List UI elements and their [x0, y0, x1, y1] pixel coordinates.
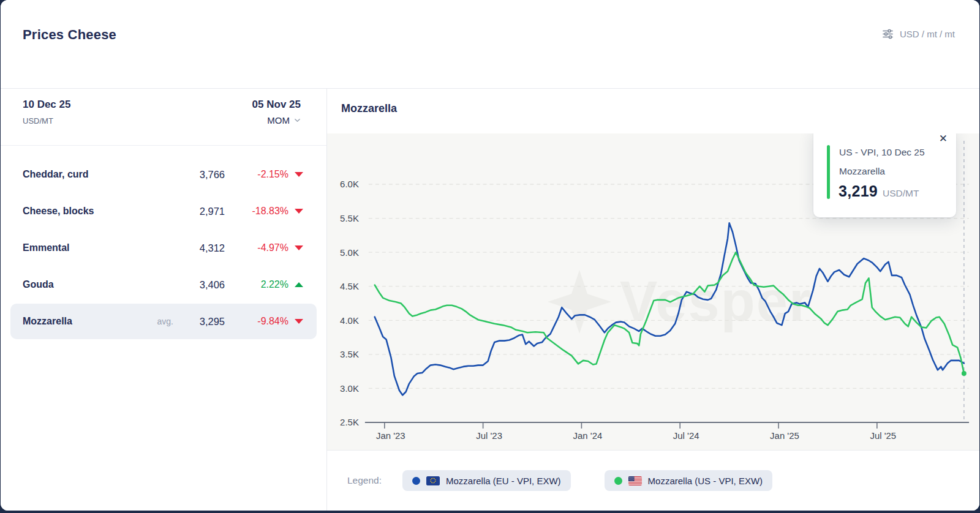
tooltip-value: 3,219	[839, 182, 878, 200]
legend-label: Legend:	[347, 475, 382, 486]
price-rows: Cheddar, curd 3,766 -2.15% Cheese, block…	[1, 146, 326, 339]
product-name: Gouda	[23, 279, 173, 290]
legend-item-label: Mozzarella (EU - VPI, EXW)	[446, 476, 561, 486]
price-value: 3,406	[177, 279, 225, 291]
y-tick-label: 3.0K	[340, 383, 359, 394]
price-value: 2,971	[177, 206, 225, 217]
us-series-dot-icon	[614, 477, 622, 485]
x-tick-label: Jan '25	[770, 430, 799, 441]
current-date: 10 Dec 25	[23, 99, 70, 111]
prices-cheese-card: Prices Cheese USD / mt / mt 10 Dec 25 US…	[1, 0, 979, 511]
chart-tooltip: ✕ US - VPI, 10 Dec 25 Mozzarella 3,219 U…	[813, 133, 956, 217]
table-row-cheddar-curd[interactable]: Cheddar, curd 3,766 -2.15%	[10, 157, 317, 192]
page-title: Prices Cheese	[23, 27, 116, 43]
legend-item-eu[interactable]: Mozzarella (EU - VPI, EXW)	[402, 470, 571, 491]
card-header: Prices Cheese USD / mt / mt	[1, 0, 979, 89]
price-table-header: 10 Dec 25 USD/MT 05 Nov 25 MOM	[1, 89, 326, 146]
eu-series-dot-icon	[412, 477, 420, 485]
mom-dropdown-label: MOM	[267, 115, 290, 125]
trend-arrow-icon	[295, 209, 303, 214]
change-percent: -18.83%	[225, 206, 288, 217]
change-percent: 2.22%	[225, 279, 288, 290]
chevron-down-icon	[294, 117, 301, 124]
x-tick-label: Jan '23	[376, 430, 405, 441]
chart-panel: Mozzarella Vesper 6.0K5.5K5.0K4.5K4.0K3.…	[327, 89, 979, 511]
y-tick-label: 4.0K	[340, 315, 359, 326]
product-name: Cheese, blocks	[23, 206, 173, 217]
table-row-gouda[interactable]: Gouda 3,406 2.22%	[10, 267, 317, 302]
x-tick-label: Jul '24	[673, 430, 699, 441]
table-row-emmental[interactable]: Emmental 4,312 -4.97%	[10, 230, 317, 266]
tooltip-accent-bar	[827, 145, 830, 199]
y-tick-label: 6.0K	[340, 179, 359, 189]
sliders-filter-icon	[882, 28, 894, 40]
unit-selector-button[interactable]: USD / mt / mt	[882, 28, 955, 40]
tooltip-close-icon[interactable]: ✕	[937, 133, 950, 146]
tooltip-product: Mozzarella	[839, 166, 885, 177]
comparison-date: 05 Nov 25	[252, 99, 301, 111]
price-table-sidebar: 10 Dec 25 USD/MT 05 Nov 25 MOM Cheddar, …	[1, 89, 327, 511]
legend-item-label: Mozzarella (US - VPI, EXW)	[648, 476, 763, 486]
chart-title: Mozzarella	[341, 102, 397, 115]
x-tick-label: Jul '23	[476, 430, 502, 441]
series-line-us[interactable]	[375, 252, 964, 373]
product-name: Cheddar, curd	[23, 169, 173, 180]
chart-area: Vesper 6.0K5.5K5.0K4.5K4.0K3.5K3.0K2.5KJ…	[327, 133, 979, 450]
legend-row: Legend: Mozzarella (EU - VPI, EXW)	[327, 450, 979, 511]
unit-selector-label: USD / mt / mt	[900, 29, 955, 39]
y-tick-label: 2.5K	[340, 417, 359, 427]
series-end-dot	[962, 371, 967, 376]
change-percent: -2.15%	[225, 169, 288, 180]
trend-arrow-icon	[295, 319, 303, 324]
price-value: 4,312	[177, 242, 225, 254]
price-value: 3,766	[177, 169, 225, 181]
x-tick-label: Jan '24	[573, 430, 603, 441]
y-tick-label: 3.5K	[340, 349, 359, 359]
mom-dropdown[interactable]: MOM	[252, 115, 301, 125]
change-percent: -4.97%	[225, 242, 288, 253]
us-flag-icon	[628, 476, 642, 485]
table-row-mozzarella[interactable]: Mozzarella avg. 3,295 -9.84%	[10, 304, 317, 339]
chart-panel-header: Mozzarella	[327, 89, 979, 133]
product-name: Emmental	[23, 242, 173, 253]
trend-arrow-icon	[295, 245, 303, 250]
tooltip-unit: USD/MT	[883, 188, 919, 199]
y-tick-label: 4.5K	[340, 281, 359, 291]
tooltip-source-date: US - VPI, 10 Dec 25	[839, 147, 925, 158]
y-tick-label: 5.0K	[340, 247, 359, 258]
table-row-cheese-blocks[interactable]: Cheese, blocks 2,971 -18.83%	[10, 193, 317, 229]
y-tick-label: 5.5K	[340, 213, 359, 223]
legend-item-us[interactable]: Mozzarella (US - VPI, EXW)	[605, 470, 773, 491]
avg-label: avg.	[157, 316, 173, 326]
x-tick-label: Jul '25	[870, 430, 896, 441]
trend-arrow-icon	[295, 172, 303, 177]
eu-flag-icon	[426, 476, 440, 485]
product-name: Mozzarella	[23, 316, 157, 327]
change-percent: -9.84%	[225, 316, 288, 327]
table-unit-label: USD/MT	[23, 116, 70, 125]
price-value: 3,295	[177, 316, 225, 328]
trend-arrow-icon	[295, 282, 303, 287]
